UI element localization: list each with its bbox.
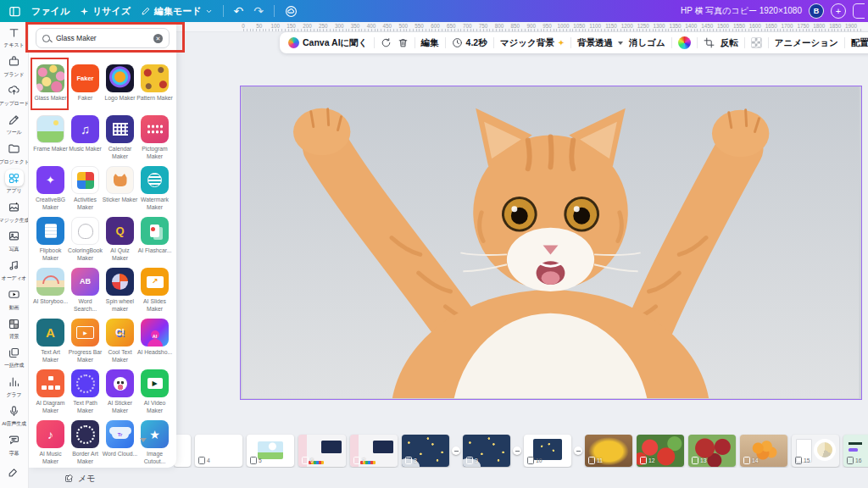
page-thumbnail-15[interactable]: 15 bbox=[792, 435, 839, 467]
sidebar-item-charts[interactable]: グラフ bbox=[0, 372, 28, 401]
eraser-button[interactable]: 消しゴム bbox=[629, 37, 665, 49]
arrange-button[interactable]: 配置 bbox=[851, 37, 868, 49]
app-tile-aivideo[interactable]: ▶AI Video Maker bbox=[137, 369, 172, 420]
app-tile-music[interactable]: ♫Music Maker bbox=[68, 115, 103, 166]
app-tile-stickercat[interactable]: Sticker Maker bbox=[103, 166, 137, 217]
panel-scroll-down-icon[interactable] bbox=[140, 438, 147, 442]
delete-button[interactable] bbox=[398, 37, 409, 48]
sidebar-item-background[interactable]: 背景 bbox=[0, 313, 28, 342]
crop-button[interactable] bbox=[704, 37, 715, 48]
animation-button[interactable]: アニメーション bbox=[775, 37, 838, 49]
app-tile-storybook[interactable]: AI Storyboo... bbox=[33, 268, 68, 319]
page-thumbnail-9[interactable]: 9 bbox=[463, 435, 510, 467]
page-thumbnail[interactable] bbox=[174, 435, 191, 467]
app-tile-wordcloud[interactable]: TrWord Cloud... bbox=[103, 420, 137, 471]
transparency-button[interactable] bbox=[751, 37, 762, 48]
app-tile-label: AI Video Maker bbox=[136, 400, 173, 415]
app-tile-creativebg[interactable]: ✦CreativeBG Maker bbox=[33, 166, 68, 217]
ask-canva-ai-button[interactable]: Canva AIに聞く bbox=[288, 37, 368, 49]
sidebar-item-video[interactable]: 動画 bbox=[0, 285, 28, 313]
chevron-down-icon bbox=[618, 42, 623, 45]
sidebar-item-captions[interactable]: 字幕 bbox=[0, 430, 28, 458]
avatar[interactable]: B bbox=[809, 3, 824, 19]
app-tile-imagecutout[interactable]: ★Image Cutout... bbox=[137, 420, 172, 471]
app-tile-headshot[interactable]: AIAI Headsho... bbox=[137, 319, 172, 369]
app-tile-textart[interactable]: AText Art Maker bbox=[33, 319, 68, 369]
page-thumbnail-7[interactable]: 7 bbox=[350, 435, 398, 467]
app-tile-quiz[interactable]: QAI Quiz Maker bbox=[103, 217, 137, 268]
sidebar-item-magic[interactable]: マジック生成 bbox=[0, 197, 28, 225]
page-thumbnail-4[interactable]: 4 bbox=[195, 435, 242, 467]
page-thumbnail-8[interactable]: 8 bbox=[402, 435, 449, 467]
resize-menu[interactable]: リサイズ bbox=[80, 5, 131, 18]
undo-button[interactable]: ↶ bbox=[234, 5, 244, 17]
duration-button[interactable]: 4.2秒 bbox=[452, 37, 487, 49]
search-input[interactable] bbox=[54, 33, 149, 43]
sidebar-item-tools[interactable]: ツール bbox=[0, 109, 28, 138]
sidebar-item-audio[interactable]: オーディオ bbox=[0, 255, 28, 284]
edit-button[interactable]: 編集 bbox=[421, 37, 439, 49]
app-icon-glyph: ↗ bbox=[152, 278, 159, 286]
color-wheel-button[interactable] bbox=[678, 36, 691, 49]
share-button-partial[interactable] bbox=[853, 3, 865, 19]
app-tile-progress[interactable]: ▶Progress Bar Maker bbox=[68, 319, 103, 369]
sidebar-item-draw[interactable] bbox=[0, 459, 28, 488]
redo-button[interactable]: ↷ bbox=[253, 5, 264, 17]
page-thumbnail-11[interactable]: 11 bbox=[585, 435, 632, 467]
app-tile-textpath[interactable]: Text Path Maker bbox=[68, 369, 103, 420]
refresh-button[interactable] bbox=[381, 37, 392, 48]
page-thumbnail-13[interactable]: 13 bbox=[688, 435, 736, 467]
add-page-button[interactable] bbox=[513, 446, 521, 455]
page-thumbnail-12[interactable]: 12 bbox=[637, 435, 684, 467]
app-tile-spinwheel[interactable]: Spin wheel maker bbox=[103, 268, 137, 319]
app-tile-aidiagram[interactable]: AI Diagram Maker bbox=[33, 369, 68, 420]
memo-button[interactable]: メモ bbox=[64, 473, 95, 485]
cloud-save-icon[interactable] bbox=[285, 5, 298, 18]
app-tile-calendar[interactable]: Calendar Maker bbox=[103, 115, 137, 166]
sidebar-item-photos[interactable]: 写真 bbox=[0, 226, 28, 255]
app-tile-activities[interactable]: Activities Maker bbox=[68, 166, 103, 217]
magic-background-button[interactable]: マジック背景 ✦ bbox=[500, 37, 565, 49]
flip-button[interactable]: 反転 bbox=[721, 37, 738, 49]
app-tile-slides[interactable]: ↗AI Slides Maker bbox=[137, 268, 172, 319]
background-remove-button[interactable]: 背景透過 bbox=[577, 37, 623, 49]
app-tile-frame[interactable]: Frame Maker bbox=[33, 115, 68, 166]
app-tile-glass[interactable]: Glass Maker bbox=[33, 64, 68, 115]
page-thumbnail-16[interactable]: 16 bbox=[843, 435, 868, 467]
document-title[interactable]: HP 横 写真のコピー 1920×1080 bbox=[681, 5, 802, 17]
app-tile-aimusic[interactable]: ♪AI Music Maker bbox=[33, 420, 68, 471]
sidebar-item-bulk[interactable]: 一括作成 bbox=[0, 342, 28, 371]
page-thumbnail-10[interactable]: 10 bbox=[524, 435, 571, 467]
sidebar-item-text[interactable]: テキスト bbox=[0, 22, 28, 51]
app-tile-borderart[interactable]: Border Art Maker bbox=[68, 420, 103, 471]
sidebar-item-upload[interactable]: アップロード bbox=[0, 80, 28, 109]
app-tile-cooltext[interactable]: C!Cool Text Maker bbox=[103, 319, 137, 369]
sidebar-item-ai-voice[interactable]: AI音声生成 bbox=[0, 401, 28, 430]
add-member-button[interactable]: + bbox=[831, 3, 846, 19]
app-search-box[interactable]: ✕ bbox=[36, 28, 170, 48]
sidebar-item-brand[interactable]: ブランド bbox=[0, 51, 28, 80]
projects-icon bbox=[5, 141, 24, 158]
app-tile-pattern[interactable]: Pattern Maker bbox=[137, 64, 172, 115]
app-tile-wordsearch[interactable]: ABWord Search... bbox=[68, 268, 103, 319]
add-page-button[interactable] bbox=[574, 446, 582, 455]
page-thumbnail-5[interactable]: 5 bbox=[247, 435, 294, 467]
app-tile-aisticker[interactable]: AI Sticker Maker bbox=[103, 369, 137, 420]
app-tile-logo[interactable]: Logo Maker bbox=[103, 64, 137, 115]
app-tile-coloring[interactable]: ColoringBook Maker bbox=[68, 217, 103, 268]
app-tile-faker[interactable]: FakerFaker bbox=[68, 64, 103, 115]
home-panel-icon[interactable] bbox=[8, 5, 21, 18]
sidebar-item-projects[interactable]: プロジェクト bbox=[0, 139, 28, 168]
clear-search-icon[interactable]: ✕ bbox=[153, 34, 163, 43]
app-tile-picto[interactable]: Pictogram Maker bbox=[137, 115, 172, 166]
app-tile-flipbook[interactable]: Flipbook Maker bbox=[33, 217, 68, 268]
app-tile-flashcard[interactable]: AI Flashcar... bbox=[137, 217, 172, 268]
add-page-button[interactable] bbox=[452, 446, 460, 455]
page-thumbnail-14[interactable]: 14 bbox=[740, 435, 787, 467]
canvas-page[interactable] bbox=[240, 86, 862, 400]
edit-mode-menu[interactable]: 編集モード bbox=[141, 5, 213, 18]
sidebar-item-apps[interactable]: アプリ bbox=[0, 168, 28, 197]
page-thumbnail-6[interactable]: 6 bbox=[298, 435, 346, 467]
file-menu[interactable]: ファイル bbox=[31, 5, 70, 18]
app-tile-watermark[interactable]: Watermark Maker bbox=[137, 166, 172, 217]
